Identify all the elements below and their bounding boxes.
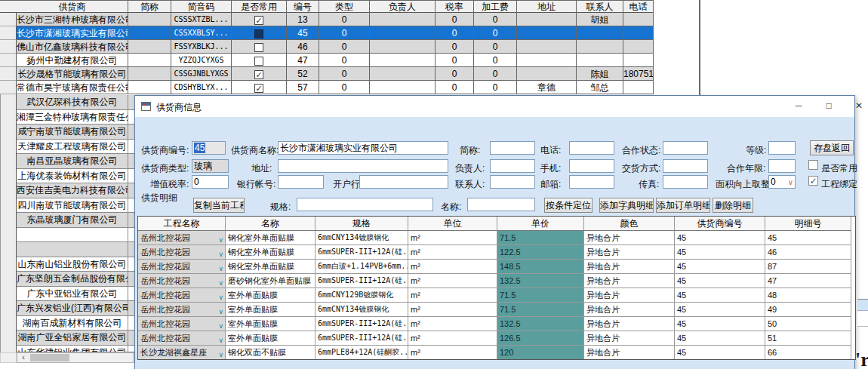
- grid-cell[interactable]: 0: [319, 54, 370, 67]
- detail-cell[interactable]: 异地合片: [584, 288, 675, 303]
- column-header[interactable]: 是否常用: [232, 1, 287, 13]
- chevron-down-icon[interactable]: ∨: [218, 276, 223, 288]
- grid-cell[interactable]: [577, 54, 623, 67]
- column-header[interactable]: 供货商: [17, 1, 128, 13]
- grid-cell[interactable]: [577, 40, 623, 54]
- coop-status-input[interactable]: [663, 141, 708, 155]
- project-combobox[interactable]: 岳州北控花园∨: [138, 331, 226, 346]
- supplier-list-item[interactable]: 西安佳吉美电力科技有限公司: [17, 183, 134, 198]
- supplier-list-item[interactable]: 南昌亚晶玻璃有限公司: [17, 154, 134, 169]
- grid-cell[interactable]: 0: [436, 81, 474, 94]
- grade-input[interactable]: [768, 141, 796, 155]
- delete-detail-button[interactable]: 删除明细: [713, 198, 753, 213]
- supplier-row[interactable]: 常德市昊宇玻璃有限责任公司CDSHYBLYX...57000章德邹总: [0, 81, 654, 94]
- supplier-list-item[interactable]: 武汉亿琛科技有限公司: [17, 95, 134, 110]
- column-header[interactable]: 简称: [128, 1, 171, 13]
- copy-project-button[interactable]: 复制当前工程: [193, 198, 245, 213]
- grid-cell[interactable]: [517, 13, 577, 26]
- grid-cell[interactable]: 0: [474, 40, 517, 54]
- detail-cell[interactable]: 45: [675, 317, 765, 331]
- horizontal-scrollbar[interactable]: ‹: [17, 352, 134, 363]
- grid-cell[interactable]: CSSGJNBLYXGS: [171, 67, 232, 81]
- row-header[interactable]: [0, 54, 17, 67]
- grid-cell[interactable]: 0: [436, 40, 474, 54]
- supplier-row[interactable]: 长沙市三湘特种玻璃有限公司CSSSXTZBL...13000胡姐: [0, 13, 654, 26]
- supplier-list-item[interactable]: 湘潭三金特种玻璃有限责任公司: [17, 110, 134, 125]
- email-input[interactable]: [569, 175, 614, 189]
- detail-cell[interactable]: 126.5: [497, 331, 584, 346]
- detail-column-header[interactable]: 单位: [408, 217, 497, 231]
- maximize-button[interactable]: □: [816, 96, 842, 115]
- detail-cell[interactable]: 45: [675, 245, 765, 260]
- detail-column-header[interactable]: 工程名称: [138, 217, 226, 231]
- detail-cell[interactable]: 120: [497, 346, 584, 360]
- supplier-name-input[interactable]: 长沙市潇湘玻璃实业有限公司: [278, 141, 448, 155]
- detail-cell[interactable]: 132.5: [497, 274, 584, 288]
- row-header[interactable]: [0, 13, 17, 26]
- detail-cell[interactable]: 71.5: [497, 288, 584, 303]
- project-combobox[interactable]: 岳州北控花园∨: [138, 231, 226, 245]
- grid-cell[interactable]: 0: [474, 26, 517, 40]
- grid-cell[interactable]: CDSHYBLYX...: [171, 81, 232, 94]
- grid-cell[interactable]: 0: [319, 26, 370, 40]
- grid-cell[interactable]: 胡姐: [577, 13, 623, 26]
- supplier-row[interactable]: 长沙市潇湘玻璃实业有限公司CSSXXBLSY...45000: [0, 26, 654, 40]
- close-button[interactable]: ✕: [846, 96, 868, 115]
- detail-cell[interactable]: 45: [675, 231, 765, 245]
- detail-column-header[interactable]: 规格: [315, 217, 408, 231]
- chevron-down-icon[interactable]: ∨: [218, 248, 223, 260]
- detail-cell[interactable]: 室外单面贴膜: [226, 317, 315, 331]
- common-checkbox-cell[interactable]: [232, 81, 287, 94]
- detail-cell[interactable]: m²: [408, 231, 497, 245]
- detail-cell[interactable]: 71.5: [497, 231, 584, 245]
- detail-row[interactable]: 岳州北控花园∨室外单面贴膜6mmSUPER-III+12A(硅...m²132.…: [138, 317, 855, 331]
- detail-cell[interactable]: 室外单面贴膜: [226, 288, 315, 303]
- detail-cell[interactable]: 6mmSUPER-III+12A(硅...: [315, 245, 408, 260]
- grid-cell[interactable]: [128, 54, 171, 67]
- common-checkbox-cell[interactable]: [232, 54, 287, 67]
- detail-cell[interactable]: 异地合片: [584, 303, 675, 317]
- supplier-list-item[interactable]: [17, 228, 134, 243]
- grid-cell[interactable]: [128, 26, 171, 40]
- supplier-list-item[interactable]: 湖南百成新材料有限公司: [17, 316, 134, 331]
- detail-cell[interactable]: m²: [408, 317, 497, 331]
- grid-cell[interactable]: 长沙晟格节能玻璃有限公司: [17, 67, 128, 81]
- detail-column-header[interactable]: 明细号: [765, 217, 851, 231]
- detail-cell[interactable]: m²: [408, 260, 497, 274]
- project-combobox[interactable]: 岳州北控花园∨: [138, 317, 226, 331]
- column-header[interactable]: 简音码: [171, 1, 232, 13]
- detail-row[interactable]: 岳州北控花园∨钢化室外单面贴膜6mmCNY134镀膜钢化m²71.5异地合片45…: [138, 231, 855, 245]
- grid-cell[interactable]: 0: [319, 81, 370, 94]
- detail-cell[interactable]: 钢化室外单面贴膜: [226, 245, 315, 260]
- chevron-down-icon[interactable]: ∨: [218, 319, 223, 331]
- supplier-list-item[interactable]: 广东中亚铝业有限公司: [17, 287, 134, 302]
- detail-cell[interactable]: 45: [675, 288, 765, 303]
- supplier-type-input[interactable]: 玻璃: [192, 159, 229, 173]
- detail-column-header[interactable]: 单价: [497, 217, 584, 231]
- detail-column-header[interactable]: 供货商编号: [675, 217, 765, 231]
- spec-filter-input[interactable]: [297, 198, 433, 211]
- chevron-down-icon[interactable]: ∨: [218, 305, 223, 317]
- grid-cell[interactable]: 0: [436, 13, 474, 26]
- detail-cell[interactable]: m²: [408, 346, 497, 360]
- project-combobox[interactable]: 岳州北控花园∨: [138, 245, 226, 260]
- detail-cell[interactable]: 异地合片: [584, 331, 675, 346]
- column-header[interactable]: 税率: [436, 1, 474, 13]
- common-checkbox[interactable]: [254, 57, 263, 66]
- fax-input[interactable]: [663, 175, 708, 189]
- supplier-list-item[interactable]: 四川南玻节能玻璃有限公司: [17, 198, 134, 214]
- grid-cell[interactable]: 0: [474, 13, 517, 26]
- scroll-up-icon[interactable]: ^: [643, 2, 647, 10]
- detail-cell[interactable]: 51: [765, 331, 851, 346]
- detail-cell[interactable]: 48: [765, 288, 851, 303]
- minimize-button[interactable]: ─: [786, 96, 811, 115]
- grid-cell[interactable]: [128, 40, 171, 54]
- grid-cell[interactable]: 13: [287, 13, 319, 26]
- detail-cell[interactable]: m²: [408, 274, 497, 288]
- detail-cell[interactable]: 49: [765, 303, 851, 317]
- bank-account-input[interactable]: [278, 175, 324, 189]
- detail-column-header[interactable]: 名称: [226, 217, 315, 231]
- detail-row[interactable]: 岳州北控花园∨钢化室外单面贴膜6mmSUPER-III+12A(硅...m²12…: [138, 245, 855, 260]
- detail-cell[interactable]: 46: [765, 245, 851, 260]
- detail-cell[interactable]: 66: [765, 346, 851, 360]
